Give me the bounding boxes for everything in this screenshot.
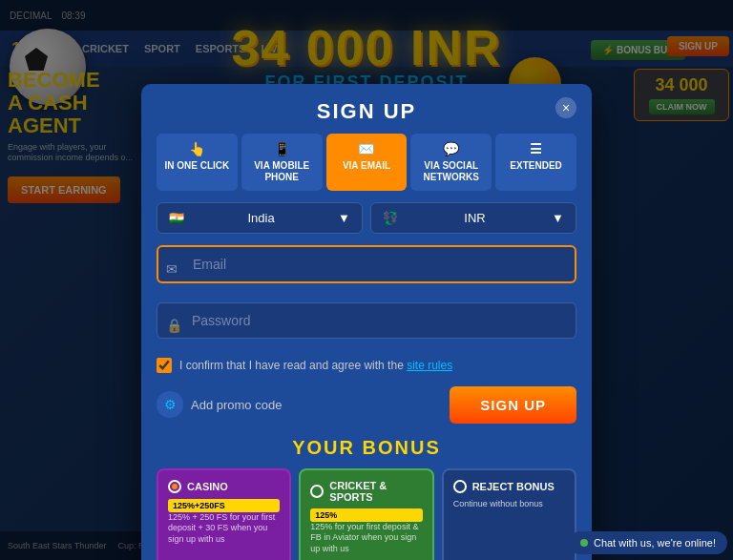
- password-wrapper: 🔒: [157, 302, 576, 348]
- bonus-card-casino[interactable]: CASINO 125%+250FS 125% + 250 FS for your…: [157, 468, 291, 560]
- email-wrapper: ✉: [157, 245, 576, 293]
- cricket-desc: 125% for your first deposit & FB in Avia…: [310, 522, 422, 555]
- signup-modal: SIGN UP × 👆 IN ONE CLICK 📱 VIA MOBILE PH…: [141, 84, 592, 560]
- bonus-card-cricket-header: CRICKET & SPORTS: [310, 480, 422, 503]
- currency-chevron-icon: ▼: [552, 211, 564, 225]
- tab-one-click-icon: 👆: [189, 141, 205, 157]
- promo-label: Add promo code: [191, 398, 282, 412]
- bonus-card-reject-header: REJECT BONUS: [453, 480, 565, 493]
- terms-checkbox[interactable]: [157, 358, 172, 373]
- country-value: India: [247, 211, 274, 225]
- casino-desc: 125% + 250 FS for your first deposit + 3…: [168, 512, 280, 546]
- bonus-cards: CASINO 125%+250FS 125% + 250 FS for your…: [157, 468, 576, 560]
- signup-form: 🇮🇳 India ▼ 💱 INR ▼ ✉ 🔒 I confirm that I: [157, 202, 576, 373]
- modal-title: SIGN UP: [317, 99, 416, 124]
- promo-icon: ⚙: [157, 391, 183, 418]
- cricket-label: CRICKET & SPORTS: [329, 480, 422, 503]
- tab-mobile-phone[interactable]: 📱 VIA MOBILE PHONE: [241, 134, 323, 191]
- promo-code-row[interactable]: ⚙ Add promo code: [157, 391, 282, 418]
- tab-social-icon: 💬: [443, 141, 459, 157]
- tab-mobile-icon: 📱: [274, 141, 290, 157]
- tab-email[interactable]: ✉️ VIA EMAIL: [326, 134, 408, 191]
- casino-badge: 125%+250FS: [168, 499, 280, 512]
- bonus-card-reject[interactable]: REJECT BONUS Continue without bonus: [442, 468, 576, 560]
- currency-select[interactable]: 💱 INR ▼: [370, 202, 576, 234]
- country-chevron-icon: ▼: [338, 211, 350, 225]
- country-flag: 🇮🇳: [169, 211, 184, 225]
- lock-icon: 🔒: [166, 318, 182, 333]
- casino-label: CASINO: [187, 481, 228, 492]
- signup-tabs: 👆 IN ONE CLICK 📱 VIA MOBILE PHONE ✉️ VIA…: [157, 134, 576, 191]
- reject-label: REJECT BONUS: [472, 481, 555, 492]
- form-bottom-row: ⚙ Add promo code SIGN UP: [141, 386, 592, 424]
- tab-extended[interactable]: ☰ EXTENDED: [495, 134, 576, 191]
- terms-label: I confirm that I have read and agree wit…: [179, 359, 452, 372]
- terms-checkbox-row: I confirm that I have read and agree wit…: [157, 358, 576, 373]
- currency-icon: 💱: [383, 211, 398, 225]
- chat-widget[interactable]: Chat with us, we're online!: [569, 531, 727, 554]
- tab-one-click[interactable]: 👆 IN ONE CLICK: [157, 134, 238, 191]
- email-input[interactable]: [157, 245, 576, 283]
- casino-radio: [168, 480, 181, 493]
- site-rules-link[interactable]: site rules: [407, 359, 452, 372]
- email-icon: ✉: [166, 261, 178, 277]
- country-select[interactable]: 🇮🇳 India ▼: [157, 202, 363, 234]
- bonus-title: YOUR BONUS: [157, 437, 576, 459]
- currency-value: INR: [464, 211, 485, 225]
- tab-extended-label: EXTENDED: [510, 160, 561, 172]
- reject-desc: Continue without bonus: [453, 499, 565, 510]
- signup-button[interactable]: SIGN UP: [450, 386, 576, 424]
- reject-radio: [453, 480, 467, 493]
- cricket-badge: 125%: [310, 508, 422, 522]
- modal-header: SIGN UP ×: [141, 84, 592, 134]
- bonus-card-cricket[interactable]: CRICKET & SPORTS 125% 125% for your firs…: [299, 468, 433, 560]
- tab-social-label: VIA SOCIAL NETWORKS: [416, 160, 486, 183]
- tab-mobile-label: VIA MOBILE PHONE: [247, 160, 317, 183]
- tab-extended-icon: ☰: [530, 141, 542, 157]
- password-input[interactable]: [157, 302, 576, 339]
- tab-email-icon: ✉️: [358, 141, 374, 157]
- chat-text: Chat with us, we're online!: [594, 537, 716, 549]
- bonus-section: YOUR BONUS CASINO 125%+250FS 125% + 250 …: [141, 437, 592, 560]
- tab-social-networks[interactable]: 💬 VIA SOCIAL NETWORKS: [410, 134, 492, 191]
- select-row: 🇮🇳 India ▼ 💱 INR ▼: [157, 202, 576, 234]
- bonus-card-casino-header: CASINO: [168, 480, 280, 493]
- cricket-radio: [310, 485, 324, 498]
- tab-one-click-label: IN ONE CLICK: [165, 160, 230, 172]
- chat-online-dot: [580, 539, 588, 547]
- tab-email-label: VIA EMAIL: [343, 160, 390, 172]
- modal-close-button[interactable]: ×: [555, 97, 576, 118]
